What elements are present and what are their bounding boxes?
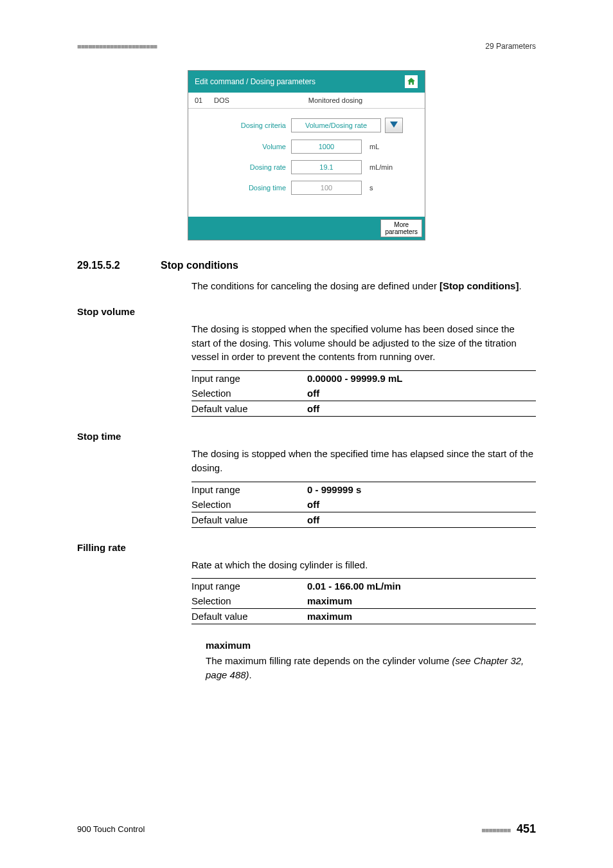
volume-label: Volume: [195, 143, 291, 150]
table-label: Default value: [191, 609, 307, 624]
footer-page-number: 451: [517, 822, 536, 835]
table-label: Selection: [191, 386, 307, 401]
table-label: Input range: [191, 579, 307, 594]
footer-product: 900 Touch Control: [77, 824, 145, 834]
filling-rate-desc: Rate at which the dosing cylinder is fil…: [191, 558, 536, 572]
table-label: Input range: [191, 482, 307, 497]
table-value: 0.01 - 166.00 mL/min: [307, 579, 536, 594]
section-number: 29.15.5.2: [77, 260, 161, 271]
header-chapter: 29 Parameters: [485, 42, 536, 51]
footer-marks: ■■■■■■■■: [481, 826, 510, 834]
intro-bold: [Stop conditions]: [440, 280, 519, 291]
dosing-time-label: Dosing time: [195, 184, 291, 192]
section-heading: 29.15.5.2 Stop conditions: [77, 260, 536, 271]
dialog-title: Edit command / Dosing parameters: [195, 77, 315, 86]
table-label: Input range: [191, 371, 307, 386]
more-parameters-button[interactable]: More parameters: [380, 219, 422, 237]
page-footer: 900 Touch Control ■■■■■■■■ 451: [77, 822, 536, 836]
stop-time-label: Stop time: [77, 431, 536, 442]
table-value: maximum: [307, 593, 536, 609]
section-title: Stop conditions: [161, 260, 238, 271]
dosing-rate-unit: mL/min: [362, 163, 400, 171]
dosing-criteria-label: Dosing criteria: [195, 122, 291, 129]
filling-rate-subdef: maximum The maximum filling rate depends…: [206, 638, 536, 682]
header-marks: ■■■■■■■■■■■■■■■■■■■■■■: [77, 42, 157, 50]
table-label: Default value: [191, 401, 307, 417]
subdef-text-post: .: [249, 669, 252, 680]
table-value: 0 - 999999 s: [307, 482, 536, 497]
dosing-criteria-field[interactable]: Volume/Dosing rate: [291, 118, 381, 132]
dosing-rate-field[interactable]: 19.1: [291, 160, 362, 174]
stop-volume-desc: The dosing is stopped when the specified…: [191, 322, 536, 364]
command-index: 01: [195, 96, 214, 104]
command-mode: Monitored dosing: [253, 96, 418, 104]
table-value: off: [307, 512, 536, 527]
subdef-term: maximum: [206, 638, 536, 653]
section-intro: The conditions for canceling the dosing …: [191, 279, 536, 293]
page-header: ■■■■■■■■■■■■■■■■■■■■■■ 29 Parameters: [77, 42, 536, 51]
table-value: off: [307, 497, 536, 512]
dosing-rate-label: Dosing rate: [195, 163, 291, 171]
stop-volume-label: Stop volume: [77, 306, 536, 317]
stop-time-table: Input range0 - 999999 s Selectionoff Def…: [191, 482, 536, 528]
embedded-screenshot: Edit command / Dosing parameters 01 DOS …: [188, 70, 425, 240]
table-label: Default value: [191, 512, 307, 527]
volume-unit: mL: [362, 143, 400, 150]
intro-post: .: [519, 280, 521, 291]
dialog-subheader: 01 DOS Monitored dosing: [188, 93, 425, 109]
dosing-time-unit: s: [362, 184, 400, 192]
volume-field[interactable]: 1000: [291, 140, 362, 154]
command-code: DOS: [214, 96, 253, 104]
dialog-titlebar: Edit command / Dosing parameters: [188, 71, 425, 93]
table-value: 0.00000 - 99999.9 mL: [307, 371, 536, 386]
table-label: Selection: [191, 497, 307, 512]
table-value: off: [307, 401, 536, 417]
table-value: off: [307, 386, 536, 401]
table-label: Selection: [191, 593, 307, 609]
dosing-time-field: 100: [291, 181, 362, 195]
subdef-text-pre: The maximum filling rate depends on the …: [206, 655, 452, 666]
intro-pre: The conditions for canceling the dosing …: [191, 280, 440, 291]
filling-rate-label: Filling rate: [77, 542, 536, 553]
stop-time-desc: The dosing is stopped when the specified…: [191, 447, 536, 475]
home-icon[interactable]: [404, 75, 418, 89]
dropdown-icon[interactable]: [385, 118, 403, 133]
filling-rate-table: Input range0.01 - 166.00 mL/min Selectio…: [191, 578, 536, 624]
stop-volume-table: Input range0.00000 - 99999.9 mL Selectio…: [191, 370, 536, 417]
table-value: maximum: [307, 609, 536, 624]
